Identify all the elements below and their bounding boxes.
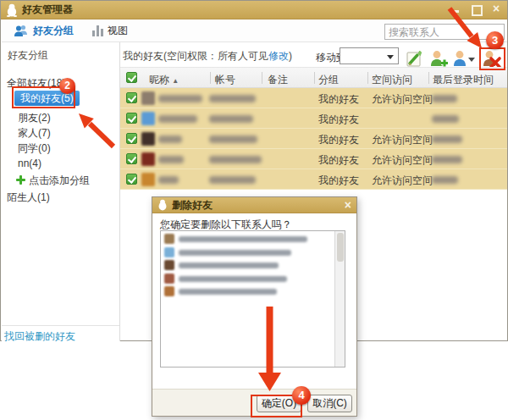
listbox-scrollbar[interactable]: [334, 231, 345, 367]
table-row[interactable]: 我的好友允许访问空间: [120, 169, 507, 190]
sidebar-header: 好友分组: [8, 48, 48, 63]
row-checkbox[interactable]: [126, 113, 137, 124]
nickname-redacted: [158, 115, 197, 123]
toolbar: 好友分组 视图: [2, 19, 507, 42]
nickname-redacted: [158, 135, 182, 143]
add-group-plus-icon: [16, 175, 25, 185]
sidebar-item-label: 我的好友(5): [20, 92, 74, 104]
account-redacted: [209, 156, 262, 163]
dialog-title: 删除好友: [172, 198, 213, 213]
sort-asc-icon: ▲: [172, 77, 179, 85]
delete-friend-dialog: 删除好友 × 您确定要删除以下联系人吗？ 确定(O) 取消(C): [152, 196, 357, 417]
nickname-redacted: [158, 156, 184, 163]
last-login-redacted: [432, 176, 458, 184]
sidebar-item-classmates[interactable]: 同学(0): [18, 141, 51, 156]
sidebar-item-family[interactable]: 家人(7): [18, 125, 51, 141]
row-checkbox[interactable]: [126, 174, 137, 185]
ok-button[interactable]: 确定(O): [257, 395, 301, 412]
account-redacted: [209, 176, 256, 184]
modify-permission-link[interactable]: 修改: [268, 50, 289, 62]
column-remark[interactable]: 备注: [268, 73, 288, 87]
avatar: [141, 112, 155, 125]
group-cell: 我的好友: [318, 92, 359, 107]
qq-penguin-icon: [6, 3, 18, 17]
last-login-redacted: [432, 95, 457, 102]
column-last-login[interactable]: 最后登录时间: [433, 73, 494, 87]
space-access-cell: 允许访问空间: [372, 92, 433, 107]
contacts-listbox: [160, 230, 345, 368]
table-row[interactable]: 我的好友允许访问空间: [120, 129, 507, 149]
column-nickname[interactable]: 昵称 ▲: [149, 73, 179, 87]
dialog-close-icon[interactable]: ×: [345, 198, 351, 212]
table-row[interactable]: 我的好友: [120, 108, 507, 129]
avatar: [141, 132, 155, 146]
group-cell: 我的好友: [318, 153, 359, 168]
screen: 好友管理器 × 好友分组 视图: [0, 0, 508, 420]
nickname-redacted: [158, 95, 202, 102]
search-input[interactable]: [384, 24, 505, 40]
column-account[interactable]: 帐号: [215, 73, 235, 87]
recover-deleted-friends-link[interactable]: 找回被删的好友: [4, 329, 75, 344]
tab-friend-groups-label: 好友分组: [33, 24, 74, 38]
friends-group-icon: [14, 25, 29, 37]
sidebar-item-strangers[interactable]: 陌生人(1): [7, 190, 50, 205]
sidebar-item-my-friends[interactable]: 我的好友(5): [14, 91, 80, 106]
account-redacted: [209, 135, 257, 143]
sidebar-item-nn[interactable]: nn(4): [18, 156, 41, 171]
minimize-button[interactable]: [450, 3, 461, 15]
last-login-redacted: [432, 135, 462, 143]
group-cell: 我的好友: [318, 133, 359, 147]
avatar: [141, 91, 155, 105]
move-to-dropdown[interactable]: [340, 47, 399, 64]
dialog-titlebar: 删除好友 ×: [152, 197, 356, 213]
last-login-redacted: [432, 156, 462, 163]
tab-view-label: 视图: [108, 24, 128, 38]
column-space-access[interactable]: 空间访问: [372, 73, 412, 87]
tab-view[interactable]: 视图: [92, 24, 128, 38]
tab-friend-groups[interactable]: 好友分组: [14, 24, 74, 38]
avatar: [164, 286, 174, 296]
space-access-cell: 允许访问空间: [372, 174, 433, 188]
avatar: [164, 274, 174, 284]
avatar: [164, 247, 174, 257]
sidebar-item-friends[interactable]: 朋友(2): [18, 110, 51, 125]
table-row[interactable]: 我的好友允许访问空间: [120, 88, 507, 108]
avatar: [141, 152, 155, 166]
avatar: [164, 260, 174, 270]
account-redacted: [209, 95, 256, 102]
qq-penguin-icon: [157, 199, 168, 211]
space-access-cell: 允许访问空间: [372, 133, 433, 147]
account-redacted: [209, 115, 253, 123]
window-titlebar: 好友管理器 ×: [1, 1, 507, 19]
avatar: [164, 234, 174, 244]
cancel-button[interactable]: 取消(C): [307, 395, 352, 412]
contact-name-redacted: [179, 262, 279, 268]
column-group[interactable]: 分组: [318, 73, 339, 87]
row-checkbox[interactable]: [126, 153, 137, 164]
sidebar-item-add-group[interactable]: 点击添加分组: [16, 173, 90, 188]
group-cell: 我的好友: [318, 174, 359, 188]
group-cell: 我的好友: [318, 113, 359, 127]
contact-name-redacted: [179, 250, 291, 256]
sidebar-item-all-friends[interactable]: 全部好友(18): [7, 75, 65, 91]
nickname-redacted: [158, 176, 179, 184]
close-button[interactable]: ×: [490, 3, 502, 15]
chevron-down-icon: [387, 55, 394, 59]
table-header: 昵称 ▲ 帐号 备注 分组 空间访问 最后登录时间: [120, 67, 507, 88]
space-access-cell: 允许访问空间: [372, 153, 433, 168]
avatar: [141, 173, 155, 186]
group-permission-text: 我的好友(空间权限：所有人可见修改): [123, 49, 292, 64]
contact-name-redacted: [179, 276, 287, 282]
sidebar-item-label: 点击添加分组: [29, 174, 90, 186]
row-checkbox[interactable]: [126, 133, 137, 144]
sidebar-item-label: 家人(7): [18, 127, 51, 139]
permission-suffix: ): [289, 50, 292, 62]
maximize-button[interactable]: [470, 3, 482, 15]
dialog-footer: 确定(O) 取消(C): [152, 389, 356, 416]
select-all-checkbox[interactable]: [126, 72, 137, 83]
table-row[interactable]: 我的好友允许访问空间: [120, 149, 507, 169]
row-checkbox[interactable]: [126, 92, 137, 103]
sidebar-item-label: 同学(0): [18, 142, 51, 154]
view-chart-icon: [92, 25, 103, 36]
last-login-redacted: [432, 115, 459, 123]
